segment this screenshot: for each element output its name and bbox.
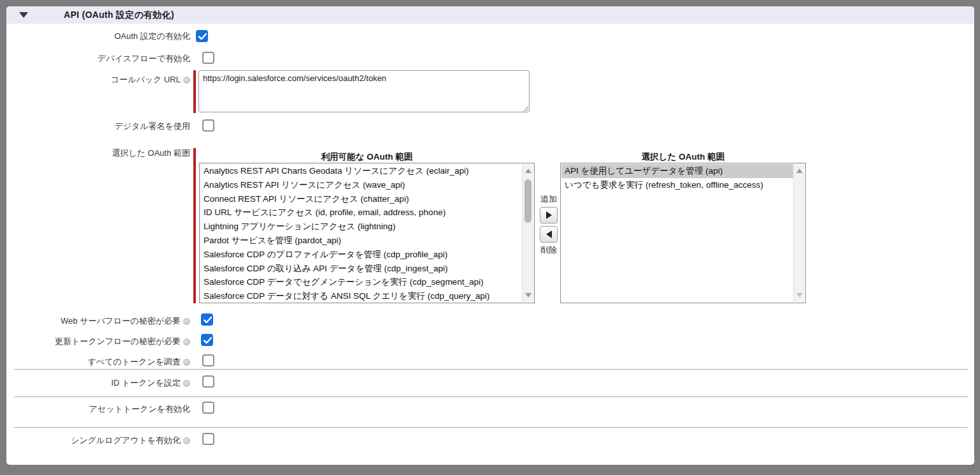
scope-option[interactable]: Salesforce CDP の取り込み API データを管理 (cdp_ing…: [200, 262, 523, 276]
selected-scopes-header: 選択した OAuth 範囲: [560, 151, 806, 163]
right-arrow-icon: [546, 211, 552, 219]
scope-option[interactable]: Analytics REST API リソースにアクセス (wave_api): [200, 178, 523, 192]
enable-single-logout-label: シングルログアウトを有効化: [6, 435, 190, 446]
scrollbar-down-button[interactable]: [794, 290, 805, 301]
scope-option[interactable]: Salesforce CDP データでセグメンテーションを実行 (cdp_seg…: [200, 275, 523, 289]
require-secret-web-server-label: Web サーバフローの秘密が必要: [6, 315, 190, 327]
section-title: API (OAuth 設定の有効化): [64, 6, 174, 24]
help-icon[interactable]: [183, 380, 190, 387]
scope-option[interactable]: Lightning アプリケーションにアクセス (lightning): [200, 220, 523, 234]
left-arrow-icon: [546, 230, 552, 238]
scrollbar-up-button[interactable]: [794, 165, 805, 176]
introspect-all-tokens-label: すべてのトークンを調査: [6, 356, 190, 368]
require-secret-refresh-token-label: 更新トークンフローの秘密が必要: [6, 336, 190, 347]
enable-single-logout-checkbox[interactable]: [202, 433, 214, 445]
scrollbar-down-button[interactable]: [523, 290, 533, 301]
enable-asset-tokens-checkbox[interactable]: [202, 402, 214, 414]
device-flow-label: デバイスフローで有効化: [6, 53, 190, 64]
require-secret-refresh-token-checkbox[interactable]: [201, 334, 213, 346]
scope-option[interactable]: いつでも要求を実行 (refresh_token, offline_access…: [561, 178, 794, 192]
help-icon[interactable]: [183, 318, 190, 325]
scrollbar-thumb[interactable]: [524, 179, 531, 223]
row-divider: [14, 427, 968, 428]
scope-option[interactable]: Connect REST API リソースにアクセス (chatter_api): [200, 192, 523, 206]
scope-option[interactable]: Salesforce CDP のプロファイルデータを管理 (cdp_profil…: [200, 248, 523, 262]
oauth-enabled-checkbox[interactable]: [196, 30, 208, 42]
remove-button-label: 削除: [538, 245, 560, 256]
api-oauth-settings-section: API (OAuth 設定の有効化) OAuth 設定の有効化 デバイスフローで…: [6, 6, 974, 465]
scope-option[interactable]: ID URL サービスにアクセス (id, profile, email, ad…: [200, 206, 523, 220]
scope-option[interactable]: Salesforce CDP データに対する ANSI SQL クエリを実行 (…: [200, 289, 523, 302]
row-divider: [14, 369, 968, 370]
add-button-label: 追加: [538, 193, 560, 205]
scrollbar[interactable]: [793, 164, 805, 302]
selected-scopes-listbox[interactable]: API を使用してユーザデータを管理 (api) いつでも要求を実行 (refr…: [560, 163, 806, 303]
callback-url-input[interactable]: https://login.salesforce.com/services/oa…: [198, 70, 530, 112]
required-field-bar: [193, 70, 196, 113]
introspect-all-tokens-checkbox[interactable]: [202, 354, 214, 366]
help-icon[interactable]: [183, 359, 190, 366]
require-secret-web-server-checkbox[interactable]: [201, 313, 213, 326]
collapse-triangle-icon[interactable]: [19, 12, 28, 18]
selected-scopes-label: 選択した OAuth 範囲: [6, 147, 190, 159]
scrollbar-up-button[interactable]: [523, 165, 533, 176]
scrollbar[interactable]: [522, 164, 533, 302]
configure-id-token-label: ID トークンを設定: [6, 377, 190, 389]
section-header[interactable]: API (OAuth 設定の有効化): [6, 6, 974, 24]
callback-url-label: コールバック URL: [6, 74, 190, 86]
oauth-enabled-label: OAuth 設定の有効化: [6, 31, 190, 42]
help-icon[interactable]: [183, 437, 190, 444]
available-scopes-listbox[interactable]: Analytics REST API Charts Geodata リソースにア…: [199, 163, 535, 303]
help-icon[interactable]: [183, 338, 190, 345]
scope-option[interactable]: Analytics REST API Charts Geodata リソースにア…: [200, 164, 523, 178]
enable-asset-tokens-label: アセットトークンを有効化: [6, 403, 190, 415]
help-icon[interactable]: [183, 77, 190, 84]
add-scope-button[interactable]: [540, 207, 558, 223]
scope-option[interactable]: Pardot サービスを管理 (pardot_api): [200, 234, 523, 248]
digital-signature-checkbox[interactable]: [202, 119, 214, 132]
scope-option-selected[interactable]: API を使用してユーザデータを管理 (api): [561, 164, 794, 178]
row-divider: [14, 396, 968, 397]
remove-scope-button[interactable]: [540, 226, 558, 243]
configure-id-token-checkbox[interactable]: [202, 375, 214, 388]
digital-signature-label: デジタル署名を使用: [6, 121, 190, 132]
available-scopes-header: 利用可能な OAuth 範囲: [199, 151, 535, 163]
required-field-bar: [193, 148, 196, 303]
device-flow-checkbox[interactable]: [202, 52, 214, 64]
